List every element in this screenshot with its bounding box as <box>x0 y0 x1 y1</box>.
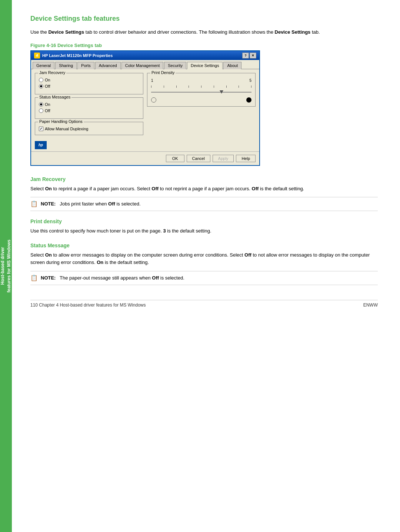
slider-icons <box>151 97 251 103</box>
left-column: Jam Recovery On Off <box>35 73 143 135</box>
status-message-note: 📋 NOTE: The paper-out message still appe… <box>30 271 378 285</box>
density-tick-9 <box>251 86 251 88</box>
print-density-section-heading: Print density <box>30 218 378 224</box>
dialog-window: 🖨 HP LaserJet M1120n MFP Properties ? ✕ … <box>30 50 260 166</box>
tab-about[interactable]: About <box>223 62 241 69</box>
footer-right: ENWW <box>363 302 378 308</box>
dialog-footer: OK Cancel Apply Help <box>31 151 259 165</box>
titlebar-left: 🖨 HP LaserJet M1120n MFP Properties <box>34 53 113 58</box>
allow-manual-duplexing-label: Allow Manual Duplexing <box>45 127 88 131</box>
density-handle[interactable] <box>220 90 223 94</box>
note-icon-2: 📋 <box>30 274 38 281</box>
tab-ports[interactable]: Ports <box>77 62 94 69</box>
tab-color-management[interactable]: Color Management <box>121 62 164 69</box>
jam-recovery-on-row[interactable]: On <box>39 78 139 82</box>
allow-manual-duplexing-row[interactable]: ✓ Allow Manual Duplexing <box>39 127 139 131</box>
dialog-title: HP LaserJet M1120n MFP Properties <box>42 53 113 58</box>
status-on-row[interactable]: On <box>39 102 139 107</box>
dialog-tabs[interactable]: General Sharing Ports Advanced Color Man… <box>31 60 259 69</box>
apply-button[interactable]: Apply <box>213 155 234 162</box>
jam-recovery-section-text: Select On to reprint a page if a paper j… <box>30 185 378 193</box>
side-tab: Host-based driverfeatures for MS Windows <box>0 0 12 532</box>
status-message-section-heading: Status Message <box>30 242 378 248</box>
note-icon: 📋 <box>30 200 38 207</box>
jam-recovery-off-label: Off <box>45 84 50 88</box>
side-tab-text: Host-based driverfeatures for MS Windows <box>0 240 12 292</box>
dialog-content: Jam Recovery On Off <box>31 69 259 139</box>
tab-sharing[interactable]: Sharing <box>55 62 77 69</box>
tab-device-settings[interactable]: Device Settings <box>187 62 223 69</box>
hp-logo-area: hp <box>31 139 259 151</box>
tab-general[interactable]: General <box>33 62 54 69</box>
dialog-titlebar: 🖨 HP LaserJet M1120n MFP Properties ? ✕ <box>31 51 259 60</box>
print-density-section-text: Use this control to specify how much ton… <box>30 227 378 235</box>
density-tick-5 <box>201 86 201 88</box>
ok-button[interactable]: OK <box>166 155 184 162</box>
density-light-icon <box>151 97 156 103</box>
status-messages-group: Status Messages On Off <box>35 97 143 119</box>
density-content: 1 5 <box>151 78 251 103</box>
paper-handling-title: Paper Handling Options <box>38 119 84 124</box>
status-off-label: Off <box>45 108 50 113</box>
status-on-radio[interactable] <box>39 102 43 107</box>
density-track <box>151 92 251 93</box>
jam-recovery-note: 📋 NOTE: Jobs print faster when Off is se… <box>30 197 378 211</box>
status-message-section-text: Select On to allow error messages to dis… <box>30 251 378 267</box>
density-tick-6 <box>214 86 214 88</box>
jam-recovery-group: Jam Recovery On Off <box>35 73 143 94</box>
titlebar-buttons[interactable]: ? ✕ <box>242 53 256 58</box>
titlebar-help-button[interactable]: ? <box>242 53 249 58</box>
jam-recovery-off-row[interactable]: Off <box>39 84 139 88</box>
density-tick-7 <box>226 86 227 88</box>
help-button[interactable]: Help <box>236 155 256 162</box>
print-density-group: Print Density 1 5 <box>147 73 256 107</box>
density-tick-8 <box>239 86 239 88</box>
density-min-label: 1 <box>151 78 153 83</box>
right-column: Print Density 1 5 <box>147 73 256 135</box>
print-density-title: Print Density <box>150 70 176 75</box>
density-tick-4 <box>189 86 189 88</box>
tab-advanced[interactable]: Advanced <box>95 62 121 69</box>
jam-recovery-title: Jam Recovery <box>38 70 66 75</box>
status-messages-title: Status Messages <box>38 95 71 99</box>
jam-recovery-on-radio[interactable] <box>39 78 43 82</box>
figure-label: Figure 4-16 Device Settings tab <box>30 43 378 48</box>
status-message-note-text: NOTE: The paper-out message still appear… <box>41 274 184 282</box>
titlebar-close-button[interactable]: ✕ <box>250 53 256 58</box>
hp-logo: hp <box>35 141 47 149</box>
printer-icon: 🖨 <box>34 53 40 58</box>
density-slider[interactable] <box>151 88 251 96</box>
density-labels: 1 5 <box>151 78 251 83</box>
status-messages-content: On Off <box>39 102 139 113</box>
jam-recovery-note-text: NOTE: Jobs print faster when Off is sele… <box>41 200 141 208</box>
jam-recovery-on-label: On <box>45 78 50 82</box>
density-max-label: 5 <box>249 78 251 83</box>
density-tick-3 <box>176 86 177 88</box>
status-on-label: On <box>45 102 50 107</box>
main-content: Device Settings tab features Use the Dev… <box>12 0 400 532</box>
density-dark-icon <box>246 97 251 103</box>
tab-security[interactable]: Security <box>164 62 186 69</box>
jam-recovery-section-heading: Jam Recovery <box>30 176 378 182</box>
density-tick-2 <box>164 86 164 88</box>
jam-recovery-off-radio[interactable] <box>39 84 43 88</box>
allow-manual-duplexing-checkbox[interactable]: ✓ <box>39 127 43 131</box>
intro-text: Use the Device Settings tab to control d… <box>30 29 378 36</box>
status-off-radio[interactable] <box>39 108 43 113</box>
density-tick-row <box>151 83 251 88</box>
jam-recovery-content: On Off <box>39 78 139 88</box>
paper-handling-group: Paper Handling Options ✓ Allow Manual Du… <box>35 122 143 135</box>
page-heading: Device Settings tab features <box>30 15 378 23</box>
paper-handling-content: ✓ Allow Manual Duplexing <box>39 127 139 131</box>
status-off-row[interactable]: Off <box>39 108 139 113</box>
cancel-button[interactable]: Cancel <box>187 155 210 162</box>
footer-left: 110 Chapter 4 Host-based driver features… <box>30 302 146 308</box>
dialog-columns: Jam Recovery On Off <box>35 73 256 135</box>
density-tick-1 <box>151 86 151 88</box>
page-footer: 110 Chapter 4 Host-based driver features… <box>30 300 378 308</box>
